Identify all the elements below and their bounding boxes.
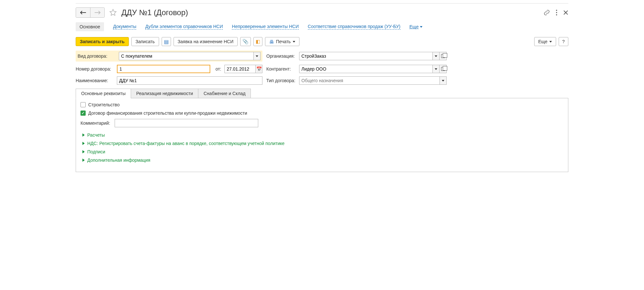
printer-icon: 🖶 [269, 39, 274, 44]
svg-point-2 [556, 14, 557, 15]
chevron-right-icon [82, 142, 85, 145]
tab-strip: Основные реквизиты Реализация недвижимос… [76, 89, 568, 98]
tab-panel: Строительство ✓ Договор финансирования с… [76, 98, 568, 172]
counterparty-dropdown[interactable] [432, 65, 440, 73]
expander-additional[interactable]: Дополнительная информация [80, 158, 564, 163]
number-input[interactable] [117, 65, 210, 73]
organization-open[interactable] [440, 52, 447, 60]
field-number-date: Номер договора: от: 📅 [76, 65, 262, 73]
expander-label: Расчеты [87, 132, 105, 138]
counterparty-label: Контрагент: [266, 66, 297, 72]
checkbox-construction-row: Строительство [80, 102, 564, 107]
expander-signatures[interactable]: Подписи [80, 149, 564, 154]
nav-tab-main[interactable]: Основное [76, 22, 104, 31]
arrow-right-icon [94, 10, 101, 15]
contract-kind-input[interactable] [119, 52, 253, 60]
name-input[interactable] [117, 76, 262, 85]
nav-tab-sales-map[interactable]: Соответствие справочников продаж (УУ-БУ) [308, 24, 401, 30]
expander-label: Дополнительная информация [87, 158, 150, 163]
tab-supply-warehouse[interactable]: Снабжение и Склад [198, 89, 251, 98]
expander-label: Подписи [87, 149, 105, 154]
contract-type-label: Тип договора: [266, 78, 297, 83]
checkbox-financing-row: ✓ Договор финансирования строительства и… [80, 111, 564, 116]
list-button[interactable]: ▤ [162, 37, 171, 46]
name-label: Наименование: [76, 78, 115, 83]
field-name: Наименование: [76, 76, 262, 85]
chevron-down-icon [293, 41, 295, 43]
number-label: Номер договора: [76, 66, 115, 72]
contract-type-dropdown[interactable] [440, 76, 447, 85]
checkbox-financing[interactable]: ✓ [80, 111, 86, 116]
comment-input[interactable] [115, 119, 258, 127]
print-button[interactable]: 🖶 Печать [265, 37, 299, 46]
paperclip-icon: 📎 [242, 39, 249, 44]
expander-vat[interactable]: НДС: Регистрировать счета-фактуры на ава… [80, 141, 564, 146]
chevron-right-icon [82, 159, 85, 162]
organization-input[interactable] [299, 52, 432, 60]
divider [76, 3, 568, 4]
header-actions [544, 9, 568, 16]
forward-button[interactable] [90, 8, 104, 17]
close-icon[interactable] [563, 10, 568, 15]
checkbox-construction-label: Строительство [88, 102, 119, 107]
comment-label: Комментарий: [80, 121, 113, 126]
organization-dropdown[interactable] [432, 52, 440, 60]
field-counterparty: Контрагент: [266, 65, 447, 73]
field-contract-kind: Вид договора: [76, 51, 262, 62]
more-label: Еще [538, 39, 548, 44]
svg-point-1 [556, 12, 557, 13]
contract-kind-dropdown[interactable] [253, 52, 260, 60]
favorite-star-icon[interactable] [109, 9, 117, 16]
toolbar: Записать и закрыть Записать ▤ Заявка на … [76, 37, 568, 46]
checkbox-construction[interactable] [80, 102, 86, 107]
field-comment: Комментарий: [80, 119, 564, 127]
tab-main-requisites[interactable]: Основные реквизиты [76, 89, 131, 98]
request-change-button[interactable]: Заявка на изменение НСИ [174, 37, 238, 46]
kebab-menu-icon[interactable] [556, 9, 557, 16]
save-button[interactable]: Записать [131, 37, 159, 46]
print-label: Печать [276, 39, 291, 44]
nav-tab-unverified[interactable]: Непроверенные элементы НСИ [232, 24, 298, 30]
counterparty-open[interactable] [440, 65, 447, 73]
attach-button[interactable]: 📎 [240, 37, 251, 46]
page-title: ДДУ №1 (Договор) [121, 8, 188, 17]
organization-label: Организация: [266, 53, 297, 59]
tab-real-estate[interactable]: Реализация недвижимости [131, 89, 198, 98]
expander-label: НДС: Регистрировать счета-фактуры на ава… [87, 141, 285, 146]
help-button[interactable]: ? [559, 37, 568, 46]
checkbox-financing-label: Договор финансирования строительства или… [88, 111, 247, 116]
date-prefix-label: от: [215, 66, 221, 72]
chevron-right-icon [82, 150, 85, 153]
contract-type-input[interactable] [299, 76, 440, 85]
related-button[interactable]: ◧ [253, 37, 262, 46]
chevron-down-icon [256, 55, 258, 57]
field-organization: Организация: [266, 51, 447, 62]
back-button[interactable] [76, 8, 90, 17]
header-bar: ДДУ №1 (Договор) [76, 7, 568, 18]
section-nav: Основное Документы Дубли элементов справ… [76, 22, 568, 31]
nav-back-forward [76, 7, 105, 18]
cubes-icon: ◧ [256, 39, 260, 44]
link-icon[interactable] [544, 9, 550, 16]
expander-payments[interactable]: Расчеты [80, 132, 564, 138]
chevron-right-icon [82, 133, 85, 137]
toolbar-more-button[interactable]: Еще [534, 37, 556, 46]
chevron-down-icon [442, 80, 444, 82]
contract-kind-label: Вид договора: [78, 53, 117, 59]
chevron-down-icon [420, 26, 422, 28]
date-picker-button[interactable]: 📅 [255, 65, 262, 73]
date-input[interactable] [224, 65, 255, 73]
nav-more-label: Еще [410, 24, 419, 29]
calendar-icon: 📅 [256, 66, 262, 72]
nav-more-link[interactable]: Еще [410, 24, 423, 29]
chevron-down-icon [549, 41, 552, 43]
chevron-down-icon [435, 68, 437, 70]
chevron-down-icon [435, 55, 437, 57]
counterparty-input[interactable] [299, 65, 432, 73]
nav-tab-documents[interactable]: Документы [113, 24, 136, 30]
field-contract-type: Тип договора: [266, 76, 447, 85]
save-close-button[interactable]: Записать и закрыть [76, 37, 129, 46]
nav-tab-duplicates[interactable]: Дубли элементов справочников НСИ [145, 24, 223, 30]
open-icon [441, 67, 445, 71]
form-grid: Вид договора: Организация: Номер договор… [76, 51, 568, 85]
